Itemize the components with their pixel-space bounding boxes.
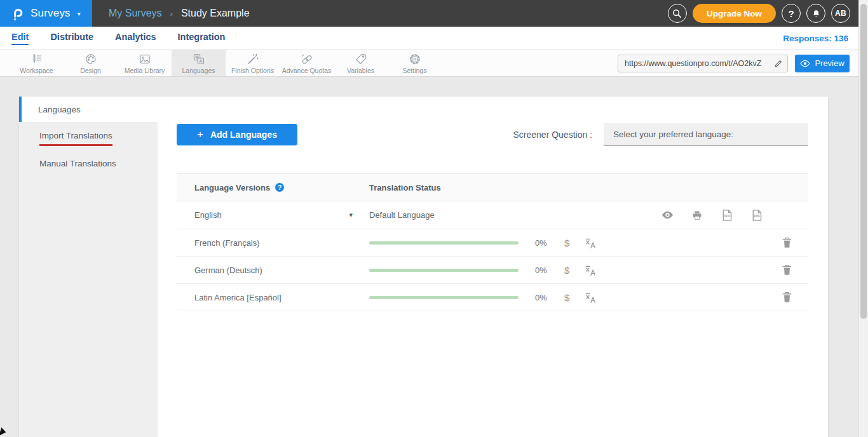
main-top-row: + Add Languages Screener Question : Sele… xyxy=(177,123,808,146)
edit-url-button[interactable] xyxy=(770,55,787,72)
tab-edit[interactable]: Edit xyxy=(11,32,29,45)
questionpro-logo-icon xyxy=(10,6,25,22)
eye-icon xyxy=(800,60,810,67)
design-icon xyxy=(85,53,97,65)
delete-language-button[interactable] xyxy=(782,264,792,276)
export-pdf-button[interactable]: PDF xyxy=(750,209,763,222)
eye-icon xyxy=(661,211,674,219)
top-actions: Upgrade Now ? AB xyxy=(668,4,850,23)
help-icon[interactable]: ? xyxy=(275,183,284,192)
chevron-down-icon[interactable]: ▾ xyxy=(349,211,353,219)
search-icon xyxy=(672,9,682,18)
screener-question-group: Screener Question : Select your preferre… xyxy=(513,123,808,146)
toolbar-item-languages[interactable]: Languages xyxy=(172,50,226,76)
table-header-row: Language Versions ? Translation Status xyxy=(177,173,808,201)
content-area: Languages Import Translations Manual Tra… xyxy=(0,77,858,437)
help-button[interactable]: ? xyxy=(782,4,801,23)
auto-translate-button[interactable] xyxy=(585,264,597,276)
sidebar-item-manual-translations[interactable]: Manual Translations xyxy=(39,159,158,174)
svg-text:PDF: PDF xyxy=(754,214,761,218)
toolbar-item-workspace[interactable]: Workspace xyxy=(10,50,64,76)
chevron-down-icon: ▾ xyxy=(78,10,81,17)
toolbar-right: Preview xyxy=(618,55,850,72)
window-scrollbar[interactable] xyxy=(858,0,868,437)
default-language-name: English xyxy=(194,210,222,220)
add-languages-button[interactable]: + Add Languages xyxy=(177,124,297,145)
survey-url-input[interactable] xyxy=(618,59,770,68)
workspace-icon xyxy=(31,53,43,65)
trash-icon xyxy=(782,292,792,303)
tab-distribute[interactable]: Distribute xyxy=(50,32,93,45)
toolbar-item-advance-quotas[interactable]: Advance Quotas xyxy=(280,50,334,76)
default-language-status: Default Language xyxy=(369,210,435,220)
breadcrumb-current: Study Example xyxy=(181,8,250,19)
language-versions-table: Language Versions ? Translation Status E… xyxy=(177,173,808,311)
delete-language-button[interactable] xyxy=(782,292,792,303)
screener-question-label: Screener Question : xyxy=(513,130,592,140)
tab-integration[interactable]: Integration xyxy=(178,32,226,45)
advance-quotas-icon xyxy=(301,53,313,65)
avatar[interactable]: AB xyxy=(831,4,850,23)
trash-icon xyxy=(782,237,792,248)
translation-progress-bar xyxy=(369,241,519,245)
breadcrumb-separator-icon: › xyxy=(170,9,173,18)
auto-translate-button[interactable] xyxy=(585,292,597,304)
table-row-french: French (Français) 0% $ xyxy=(177,229,808,257)
toolbar-item-finish-options[interactable]: Finish Options xyxy=(226,50,280,76)
print-button[interactable] xyxy=(691,209,703,222)
pdf-file-icon: PDF xyxy=(751,209,763,222)
table-row-default-language: English ▾ Default Language xyxy=(177,201,808,229)
variables-icon xyxy=(355,53,367,65)
preview-button[interactable]: Preview xyxy=(795,55,850,72)
screener-question-select[interactable]: Select your preferred language: xyxy=(604,123,808,146)
scrollbar-thumb[interactable] xyxy=(860,4,867,319)
svg-text:DOC: DOC xyxy=(724,214,731,218)
sidebar-item-languages[interactable]: Languages xyxy=(19,97,158,122)
default-row-actions: DOC PDF xyxy=(661,209,763,222)
breadcrumb-my-surveys[interactable]: My Surveys xyxy=(109,8,162,19)
toolbar-item-variables[interactable]: Variables xyxy=(334,50,388,76)
delete-language-button[interactable] xyxy=(782,237,792,248)
toolbar-item-design[interactable]: Design xyxy=(64,50,118,76)
printer-icon xyxy=(691,210,703,221)
toolbar-item-settings[interactable]: Settings xyxy=(388,50,442,76)
translate-icon xyxy=(585,292,597,304)
edit-toolbar: Workspace Design Media Library xyxy=(0,50,858,77)
responses-count[interactable]: Responses: 136 xyxy=(783,34,848,43)
top-bar: Surveys ▾ My Surveys › Study Example Upg… xyxy=(0,0,858,27)
languages-sidebar: Languages Import Translations Manual Tra… xyxy=(19,97,158,437)
translate-icon xyxy=(585,264,597,276)
translation-cost-icon[interactable]: $ xyxy=(564,292,569,303)
translation-cost-icon[interactable]: $ xyxy=(564,265,569,276)
table-row-german: German (Deutsch) 0% $ xyxy=(177,257,808,284)
search-button[interactable] xyxy=(668,4,687,23)
languages-main: + Add Languages Screener Question : Sele… xyxy=(158,97,828,437)
breadcrumb: My Surveys › Study Example xyxy=(109,8,250,19)
progress-percent: 0% xyxy=(535,293,550,302)
export-doc-button[interactable]: DOC xyxy=(721,209,733,222)
languages-card: Languages Import Translations Manual Tra… xyxy=(19,97,828,437)
sidebar-panel: Import Translations Manual Translations xyxy=(19,122,158,437)
translation-progress-bar xyxy=(369,269,519,272)
settings-icon xyxy=(409,53,421,65)
toolbar-item-media-library[interactable]: Media Library xyxy=(118,50,172,76)
survey-url-box xyxy=(618,55,788,72)
progress-percent: 0% xyxy=(535,266,550,275)
bell-icon xyxy=(811,9,821,18)
plus-icon: + xyxy=(197,128,203,141)
view-survey-button[interactable] xyxy=(661,209,674,222)
tab-analytics[interactable]: Analytics xyxy=(115,32,156,45)
sidebar-item-import-translations[interactable]: Import Translations xyxy=(39,131,158,146)
auto-translate-button[interactable] xyxy=(585,237,597,249)
notifications-button[interactable] xyxy=(806,4,825,23)
translate-icon xyxy=(585,237,597,249)
product-switcher[interactable]: Surveys ▾ xyxy=(0,0,92,27)
translation-cost-icon[interactable]: $ xyxy=(564,238,569,248)
finish-options-icon xyxy=(247,53,259,65)
pencil-icon xyxy=(774,59,783,68)
survey-tab-bar: Edit Distribute Analytics Integration Re… xyxy=(0,27,858,50)
product-label: Surveys xyxy=(31,7,71,20)
upgrade-now-button[interactable]: Upgrade Now xyxy=(693,4,776,23)
column-language-versions: Language Versions xyxy=(194,183,270,192)
translation-progress-bar xyxy=(369,296,519,299)
